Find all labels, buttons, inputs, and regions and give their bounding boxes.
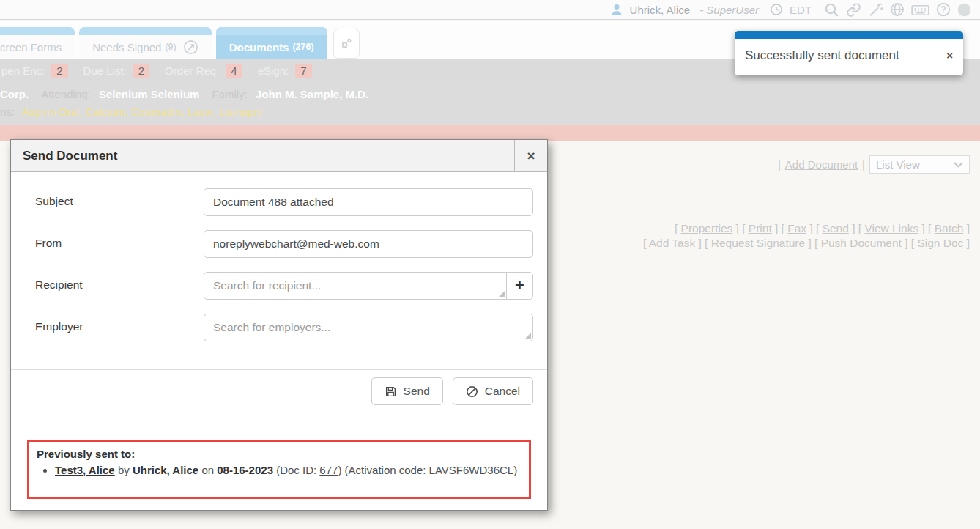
success-toast: Successfully sent document ×: [735, 31, 963, 75]
action-link-request-signature[interactable]: Request Signature: [711, 237, 805, 249]
from-label: From: [25, 230, 204, 250]
save-disk-icon: [385, 385, 397, 398]
sender-name: Uhrick, Alice: [133, 464, 198, 476]
stat-esign-badge[interactable]: 7: [295, 64, 311, 78]
documents-count: (276): [292, 42, 313, 52]
view-select-value: List View: [876, 158, 920, 171]
globe-icon[interactable]: [890, 2, 905, 17]
clock-icon: [770, 3, 783, 16]
cancel-slash-icon: [466, 385, 478, 398]
gears-icon: [339, 37, 353, 51]
add-document-link[interactable]: Add Document: [785, 158, 858, 171]
modal-close-icon[interactable]: ×: [514, 140, 547, 171]
button-divider: [11, 369, 547, 370]
medications-list[interactable]: Aspirin Oral, Calcium, Coumadin, Lasix, …: [22, 106, 262, 118]
from-input[interactable]: [204, 230, 533, 258]
send-button[interactable]: Send: [371, 377, 443, 405]
from-row: From: [25, 230, 533, 258]
patient-line-2: ns: Aspirin Oral, Calcium, Coumadin, Las…: [0, 106, 980, 118]
user-name: Uhrick, Alice: [630, 4, 691, 16]
tab-settings-button[interactable]: [333, 29, 360, 59]
action-links-row-2: [ Add Task ] [ Request Signature ] [ Pus…: [643, 236, 970, 251]
user-role: - SuperUser: [699, 4, 759, 16]
patient-bar: Corp. Attending: Selenium Selenium Famil…: [0, 82, 980, 125]
tab-needs-signed[interactable]: Needs Signed (9): [79, 27, 212, 59]
pipe-right: |: [862, 158, 865, 171]
search-icon[interactable]: [824, 2, 839, 18]
action-link-print[interactable]: Print: [749, 222, 772, 234]
needs-signed-count: (9): [165, 42, 176, 52]
modal-body: Subject From Recipient + Employer: [11, 172, 547, 499]
subject-row: Subject: [25, 188, 533, 216]
family-value: John M. Sample, M.D.: [256, 88, 368, 100]
toast-accent-bar: [735, 31, 963, 39]
action-link-add-task[interactable]: Add Task: [649, 237, 695, 249]
resize-grip-icon: [525, 333, 531, 339]
modal-title: Send Document: [11, 140, 514, 171]
cancel-button[interactable]: Cancel: [453, 377, 533, 405]
stat-order-req: Order Req: 4: [165, 64, 242, 78]
doc-id-link[interactable]: 677: [319, 464, 338, 476]
stat-esign: eSign: 7: [258, 64, 312, 78]
modal-buttons: Send Cancel: [25, 377, 533, 405]
action-link-properties[interactable]: Properties: [681, 222, 733, 234]
allergy-label-fragment: ns:: [0, 106, 15, 118]
svg-text:?: ?: [940, 4, 946, 15]
wand-icon[interactable]: [868, 2, 883, 18]
action-links-row-1: [ Properties ] [ Print ] [ Fax ] [ Send …: [643, 221, 970, 236]
activation-code: (Activation code: LAVSF6WD36CL): [345, 464, 518, 476]
stat-due-list-badge[interactable]: 2: [133, 64, 149, 78]
modal-header: Send Document ×: [11, 140, 547, 172]
action-link-view-links[interactable]: View Links: [864, 222, 918, 234]
stat-due-list: Due List: 2: [83, 64, 150, 78]
employer-fragment: Corp.: [0, 88, 29, 100]
sent-recipient-link[interactable]: Test3, Alice: [55, 464, 115, 476]
stat-open-enc: pen Enc: 2: [1, 64, 68, 78]
top-bar: Uhrick, Alice - SuperUser EDT ?: [0, 0, 980, 20]
action-link-send[interactable]: Send: [823, 222, 849, 234]
subject-label: Subject: [25, 188, 204, 208]
employer-row: Employer: [25, 314, 533, 341]
employer-search-input[interactable]: [204, 314, 533, 341]
toast-close-icon[interactable]: ×: [946, 50, 953, 61]
resize-grip-icon: [499, 291, 505, 297]
document-action-links: [ Properties ] [ Print ] [ Fax ] [ Send …: [643, 221, 970, 250]
stat-open-enc-badge[interactable]: 2: [51, 64, 67, 78]
add-recipient-button[interactable]: +: [506, 272, 533, 300]
recipient-row: Recipient +: [25, 272, 533, 300]
stat-order-req-badge[interactable]: 4: [226, 64, 242, 78]
tab-screen-forms[interactable]: creen Forms: [0, 27, 75, 59]
timezone-label: EDT: [790, 4, 812, 16]
attending-label: Attending:: [41, 88, 91, 100]
alert-banner: [0, 125, 980, 141]
document-toolbar: | Add Document | List View: [778, 155, 970, 174]
family-label: Family:: [212, 88, 247, 100]
toast-message: Successfully sent document: [745, 48, 899, 63]
send-document-modal: Send Document × Subject From Recipient +: [10, 139, 548, 511]
employer-label: Employer: [25, 314, 204, 333]
previously-sent-heading: Previously sent to:: [37, 448, 521, 460]
recipient-search-input[interactable]: [204, 272, 507, 300]
action-link-sign-doc[interactable]: Sign Doc: [917, 237, 963, 249]
previously-sent-panel: Previously sent to: Test3, Alice by Uhri…: [27, 440, 531, 499]
previously-sent-entry: Test3, Alice by Uhrick, Alice on 08-16-2…: [55, 463, 521, 478]
chevron-down-icon: [954, 162, 963, 168]
keyboard-icon[interactable]: [911, 3, 929, 17]
help-icon[interactable]: ?: [936, 2, 951, 17]
status-circle-icon: [957, 3, 971, 17]
pipe-left: |: [778, 158, 781, 171]
view-select[interactable]: List View: [869, 155, 970, 174]
tab-documents[interactable]: Documents (276): [216, 27, 327, 59]
action-link-push-document[interactable]: Push Document: [821, 237, 902, 249]
link-icon[interactable]: [846, 2, 861, 18]
user-avatar-icon: [610, 3, 623, 16]
attending-value: Selenium Selenium: [99, 88, 200, 100]
recipient-label: Recipient: [25, 272, 204, 292]
patient-line-1: Corp. Attending: Selenium Selenium Famil…: [0, 88, 980, 100]
action-link-batch[interactable]: Batch: [935, 222, 964, 234]
sent-date: 08-16-2023: [217, 464, 273, 476]
action-link-fax[interactable]: Fax: [787, 222, 806, 234]
subject-input[interactable]: [204, 188, 533, 216]
open-external-icon[interactable]: [183, 40, 198, 55]
